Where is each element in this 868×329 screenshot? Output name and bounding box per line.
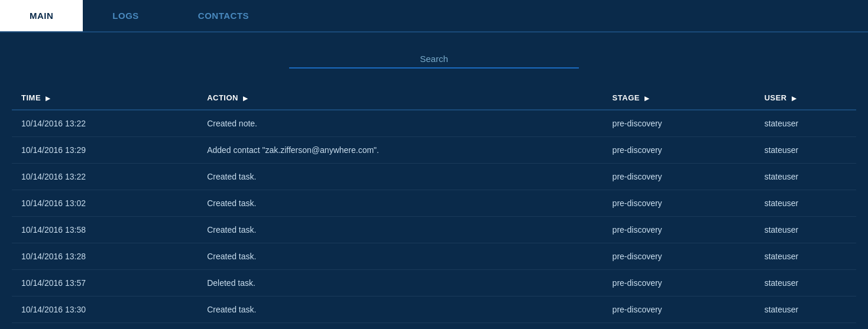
cell-action-2: Created task. xyxy=(197,164,603,190)
sort-icon-action: ▶ xyxy=(243,95,248,102)
cell-user-0: stateuser xyxy=(755,110,856,137)
cell-stage-4: pre-discovery xyxy=(603,217,755,243)
sort-icon-time: ▶ xyxy=(46,95,51,102)
table-row: 10/14/2016 13:28Created task.pre-discove… xyxy=(12,243,856,270)
cell-stage-1: pre-discovery xyxy=(603,137,755,164)
cell-user-2: stateuser xyxy=(755,164,856,190)
search-container xyxy=(12,50,856,69)
cell-action-4: Created task. xyxy=(197,217,603,243)
cell-time-2: 10/14/2016 13:22 xyxy=(12,164,197,190)
cell-user-7: stateuser xyxy=(755,297,856,323)
sort-icon-user: ▶ xyxy=(792,95,797,102)
table-row: 10/14/2016 13:22Created task.pre-discove… xyxy=(12,164,856,190)
cell-action-5: Created task. xyxy=(197,243,603,270)
cell-user-6: stateuser xyxy=(755,270,856,297)
cell-stage-7: pre-discovery xyxy=(603,297,755,323)
table-row: 10/14/2016 13:58Created task.pre-discove… xyxy=(12,217,856,243)
cell-time-1: 10/14/2016 13:29 xyxy=(12,137,197,164)
table-row: 10/14/2016 13:57Deleted task.pre-discove… xyxy=(12,270,856,297)
cell-action-1: Added contact "zak.zifferson@anywhere.co… xyxy=(197,137,603,164)
cell-stage-3: pre-discovery xyxy=(603,190,755,217)
cell-user-1: stateuser xyxy=(755,137,856,164)
col-header-action[interactable]: ACTION ▶ xyxy=(197,86,603,110)
cell-time-4: 10/14/2016 13:58 xyxy=(12,217,197,243)
table-row: 10/14/2016 13:29Added contact "zak.ziffe… xyxy=(12,137,856,164)
cell-time-3: 10/14/2016 13:02 xyxy=(12,190,197,217)
tab-contacts[interactable]: CONTACTS xyxy=(169,0,278,31)
cell-action-3: Created task. xyxy=(197,190,603,217)
table-header-row: TIME ▶ ACTION ▶ STAGE ▶ USER ▶ xyxy=(12,86,856,110)
cell-stage-0: pre-discovery xyxy=(603,110,755,137)
cell-time-5: 10/14/2016 13:28 xyxy=(12,243,197,270)
cell-stage-6: pre-discovery xyxy=(603,270,755,297)
cell-time-7: 10/14/2016 13:30 xyxy=(12,297,197,323)
cell-action-6: Deleted task. xyxy=(197,270,603,297)
table-row: 10/14/2016 13:30Created task.pre-discove… xyxy=(12,297,856,323)
log-table: TIME ▶ ACTION ▶ STAGE ▶ USER ▶ 10/14/201… xyxy=(12,86,856,323)
main-content: TIME ▶ ACTION ▶ STAGE ▶ USER ▶ 10/14/201… xyxy=(0,32,868,329)
cell-time-6: 10/14/2016 13:57 xyxy=(12,270,197,297)
col-header-time[interactable]: TIME ▶ xyxy=(12,86,197,110)
cell-stage-5: pre-discovery xyxy=(603,243,755,270)
cell-user-5: stateuser xyxy=(755,243,856,270)
cell-action-0: Created note. xyxy=(197,110,603,137)
col-header-user[interactable]: USER ▶ xyxy=(755,86,856,110)
search-input[interactable] xyxy=(289,50,579,69)
col-header-stage[interactable]: STAGE ▶ xyxy=(603,86,755,110)
cell-time-0: 10/14/2016 13:22 xyxy=(12,110,197,137)
cell-action-7: Created task. xyxy=(197,297,603,323)
sort-icon-stage: ▶ xyxy=(644,95,650,102)
table-row: 10/14/2016 13:22Created note.pre-discove… xyxy=(12,110,856,137)
table-row: 10/14/2016 13:02Created task.pre-discove… xyxy=(12,190,856,217)
tab-logs[interactable]: LOGS xyxy=(83,0,169,31)
cell-stage-2: pre-discovery xyxy=(603,164,755,190)
tab-main[interactable]: MAIN xyxy=(0,0,83,31)
tab-bar: MAIN LOGS CONTACTS xyxy=(0,0,868,32)
cell-user-4: stateuser xyxy=(755,217,856,243)
cell-user-3: stateuser xyxy=(755,190,856,217)
